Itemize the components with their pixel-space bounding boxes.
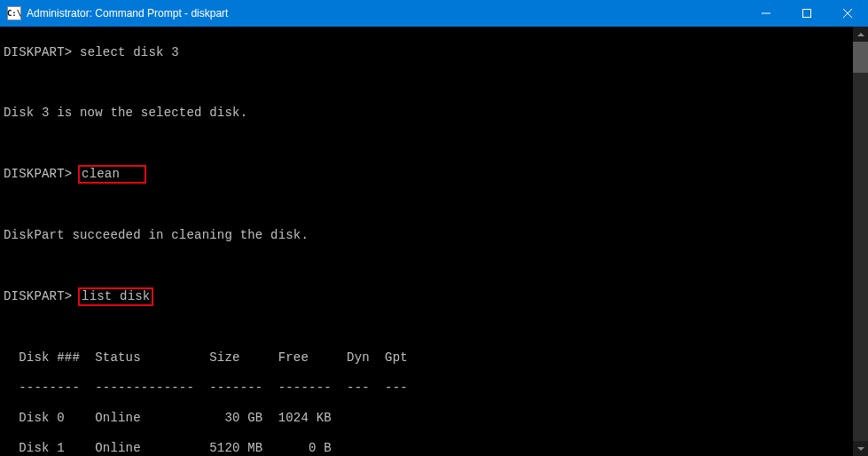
msg-clean: DiskPart succeeded in cleaning the disk. [4,228,868,243]
disk-table-row: Disk 0 Online 30 GB 1024 KB [4,411,868,426]
cmd-select-disk: select disk 3 [80,45,179,59]
disk-table-divider: -------- ------------- ------- ------- -… [4,381,868,396]
highlight-clean: clean [78,165,146,184]
svg-marker-4 [857,33,864,36]
scroll-thumb[interactable] [853,42,868,73]
prompt: DISKPART> [4,289,72,303]
window-title: Administrator: Command Prompt - diskpart [27,7,746,20]
scrollbar[interactable] [853,27,868,456]
scroll-up-button[interactable] [853,27,868,42]
svg-marker-5 [857,447,864,451]
close-button[interactable] [827,0,868,27]
prompt: DISKPART> [4,167,72,181]
msg-select-disk: Disk 3 is now the selected disk. [4,106,868,121]
cmd-list-disk: list disk [82,289,150,303]
maximize-button[interactable] [786,0,827,27]
disk-table-row: Disk 1 Online 5120 MB 0 B [4,441,868,456]
titlebar[interactable]: C:\ Administrator: Command Prompt - disk… [0,0,868,27]
minimize-button[interactable] [746,0,786,27]
disk-table-header: Disk ### Status Size Free Dyn Gpt [4,350,868,366]
window-controls [746,0,868,27]
cmd-clean: clean [82,167,120,181]
scroll-track[interactable] [853,42,868,441]
svg-rect-1 [803,10,811,18]
cmd-icon: C:\ [7,6,21,20]
scroll-down-button[interactable] [853,441,868,456]
prompt: DISKPART> [4,45,72,59]
terminal-output[interactable]: DISKPART> select disk 3 Disk 3 is now th… [0,27,868,456]
highlight-list-disk: list disk [78,287,153,306]
